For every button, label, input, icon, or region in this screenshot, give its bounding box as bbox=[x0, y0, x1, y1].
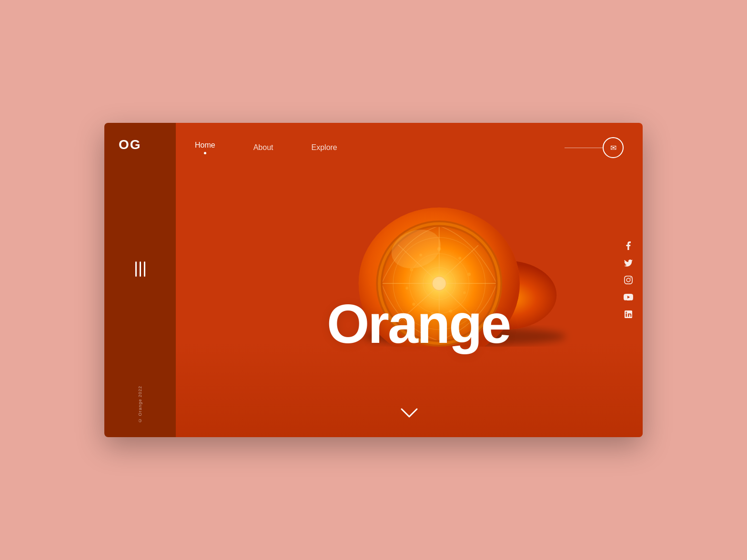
hero-gradient-overlay bbox=[176, 342, 643, 437]
nav-explore[interactable]: Explore bbox=[312, 143, 337, 152]
mail-icon: ✉ bbox=[610, 143, 616, 152]
nav-active-dot bbox=[204, 152, 206, 154]
nav-explore-wrapper: Explore bbox=[312, 143, 337, 152]
nav-right: ✉ bbox=[565, 137, 624, 158]
logo: OG bbox=[119, 137, 141, 152]
nav-links: Home About Explore bbox=[195, 141, 337, 154]
instagram-icon[interactable] bbox=[624, 275, 633, 285]
browser-window: OG © Orange 2022 Home About Explore bbox=[104, 123, 643, 437]
menu-line-2 bbox=[140, 261, 141, 277]
svg-point-27 bbox=[410, 268, 413, 271]
navigation: Home About Explore ✉ bbox=[176, 123, 643, 172]
nav-about-wrapper: About bbox=[253, 143, 273, 152]
nav-line bbox=[565, 148, 603, 148]
menu-icon[interactable] bbox=[135, 261, 145, 277]
social-sidebar bbox=[624, 241, 633, 319]
svg-point-20 bbox=[458, 257, 461, 260]
copyright-text: © Orange 2022 bbox=[138, 386, 142, 423]
svg-point-21 bbox=[467, 273, 471, 276]
svg-point-26 bbox=[405, 287, 408, 290]
linkedin-icon[interactable] bbox=[624, 310, 633, 319]
twitter-icon[interactable] bbox=[624, 258, 633, 268]
sidebar: OG © Orange 2022 bbox=[104, 123, 176, 437]
nav-home-wrapper: Home bbox=[195, 141, 215, 154]
menu-line-1 bbox=[135, 261, 137, 277]
menu-line-3 bbox=[144, 261, 145, 277]
svg-point-7 bbox=[432, 277, 446, 290]
main-content: Home About Explore ✉ bbox=[176, 123, 643, 437]
nav-home[interactable]: Home bbox=[195, 141, 215, 150]
mail-button[interactable]: ✉ bbox=[603, 137, 624, 158]
facebook-icon[interactable] bbox=[624, 241, 633, 250]
hero-title: Orange bbox=[327, 292, 510, 355]
scroll-down-button[interactable] bbox=[400, 407, 419, 420]
youtube-icon[interactable] bbox=[624, 292, 633, 302]
nav-about[interactable]: About bbox=[253, 143, 273, 152]
